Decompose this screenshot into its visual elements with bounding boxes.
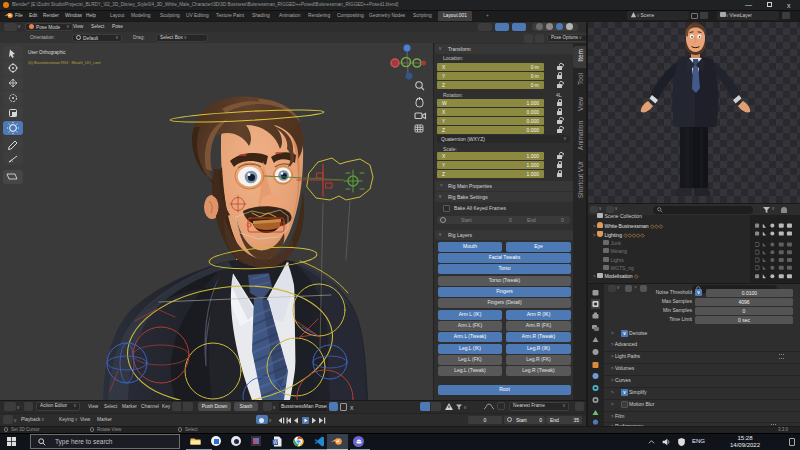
svg-text:(0) Bussinessman RIG : Mouth_U: (0) Bussinessman RIG : Mouth_UO_cont	[28, 60, 102, 65]
svg-text:User Orthographic: User Orthographic	[28, 50, 66, 55]
